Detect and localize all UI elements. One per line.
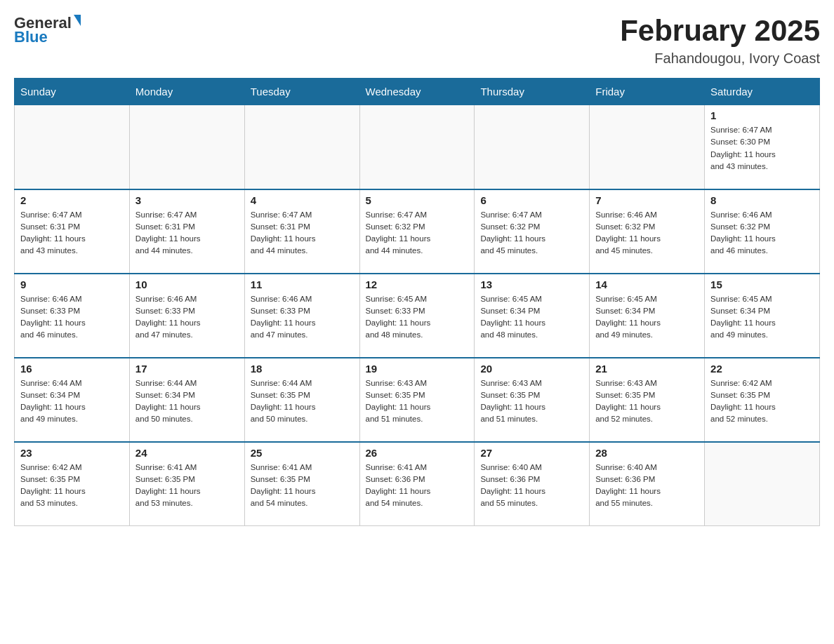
day-number: 10 [135,279,239,290]
day-number: 3 [135,194,239,206]
day-info: Sunrise: 6:44 AM Sunset: 6:34 PM Dayligh… [135,377,239,426]
weekday-header-monday: Monday [129,79,244,105]
calendar-day-cell: 9Sunrise: 6:46 AM Sunset: 6:33 PM Daylig… [15,274,130,358]
day-info: Sunrise: 6:47 AM Sunset: 6:31 PM Dayligh… [251,209,354,257]
day-info: Sunrise: 6:41 AM Sunset: 6:35 PM Dayligh… [135,462,239,510]
day-info: Sunrise: 6:40 AM Sunset: 6:36 PM Dayligh… [480,462,583,510]
day-number: 18 [251,363,354,375]
calendar-week-row: 16Sunrise: 6:44 AM Sunset: 6:34 PM Dayli… [15,358,820,442]
calendar-day-cell [15,105,130,189]
calendar-day-cell [359,105,475,189]
day-info: Sunrise: 6:46 AM Sunset: 6:33 PM Dayligh… [20,293,124,342]
day-info: Sunrise: 6:43 AM Sunset: 6:35 PM Dayligh… [595,377,699,426]
weekday-header-saturday: Saturday [705,79,820,105]
day-number: 15 [710,279,814,290]
day-info: Sunrise: 6:45 AM Sunset: 6:34 PM Dayligh… [595,293,699,342]
calendar-table: SundayMondayTuesdayWednesdayThursdayFrid… [14,78,820,526]
calendar-day-cell: 16Sunrise: 6:44 AM Sunset: 6:34 PM Dayli… [15,358,130,442]
calendar-week-row: 9Sunrise: 6:46 AM Sunset: 6:33 PM Daylig… [15,274,820,358]
calendar-day-cell: 18Sunrise: 6:44 AM Sunset: 6:35 PM Dayli… [244,358,359,442]
page-header: General Blue February 2025 Fahandougou, … [14,14,820,67]
calendar-day-cell: 28Sunrise: 6:40 AM Sunset: 6:36 PM Dayli… [590,442,705,526]
calendar-day-cell: 10Sunrise: 6:46 AM Sunset: 6:33 PM Dayli… [129,274,244,358]
day-info: Sunrise: 6:45 AM Sunset: 6:34 PM Dayligh… [480,293,583,342]
calendar-day-cell: 24Sunrise: 6:41 AM Sunset: 6:35 PM Dayli… [129,442,244,526]
weekday-header-sunday: Sunday [15,79,130,105]
calendar-day-cell: 17Sunrise: 6:44 AM Sunset: 6:34 PM Dayli… [129,358,244,442]
day-number: 2 [20,194,124,206]
day-info: Sunrise: 6:47 AM Sunset: 6:32 PM Dayligh… [366,209,469,257]
day-number: 11 [251,279,354,290]
day-info: Sunrise: 6:47 AM Sunset: 6:31 PM Dayligh… [20,209,124,257]
day-info: Sunrise: 6:41 AM Sunset: 6:35 PM Dayligh… [251,462,354,510]
calendar-week-row: 1Sunrise: 6:47 AM Sunset: 6:30 PM Daylig… [15,105,820,189]
day-info: Sunrise: 6:44 AM Sunset: 6:34 PM Dayligh… [20,377,124,426]
day-info: Sunrise: 6:43 AM Sunset: 6:35 PM Dayligh… [366,377,469,426]
day-info: Sunrise: 6:42 AM Sunset: 6:35 PM Dayligh… [710,377,814,426]
day-number: 9 [20,279,124,290]
day-number: 4 [251,194,354,206]
calendar-day-cell: 7Sunrise: 6:46 AM Sunset: 6:32 PM Daylig… [590,189,705,274]
weekday-header-wednesday: Wednesday [359,79,475,105]
day-number: 17 [135,363,239,375]
day-info: Sunrise: 6:45 AM Sunset: 6:34 PM Dayligh… [710,293,814,342]
day-number: 22 [710,363,814,375]
calendar-week-row: 23Sunrise: 6:42 AM Sunset: 6:35 PM Dayli… [15,442,820,526]
day-info: Sunrise: 6:47 AM Sunset: 6:32 PM Dayligh… [480,209,583,257]
day-info: Sunrise: 6:42 AM Sunset: 6:35 PM Dayligh… [20,462,124,510]
day-number: 5 [366,194,469,206]
title-section: February 2025 Fahandougou, Ivory Coast [620,14,820,67]
calendar-day-cell [475,105,590,189]
calendar-day-cell: 5Sunrise: 6:47 AM Sunset: 6:32 PM Daylig… [359,189,475,274]
calendar-day-cell: 25Sunrise: 6:41 AM Sunset: 6:35 PM Dayli… [244,442,359,526]
weekday-header-tuesday: Tuesday [244,79,359,105]
calendar-day-cell: 13Sunrise: 6:45 AM Sunset: 6:34 PM Dayli… [475,274,590,358]
day-info: Sunrise: 6:46 AM Sunset: 6:33 PM Dayligh… [251,293,354,342]
day-number: 26 [366,447,469,459]
calendar-week-row: 2Sunrise: 6:47 AM Sunset: 6:31 PM Daylig… [15,189,820,274]
day-number: 27 [480,447,583,459]
day-number: 1 [710,109,814,121]
calendar-day-cell: 2Sunrise: 6:47 AM Sunset: 6:31 PM Daylig… [15,189,130,274]
day-info: Sunrise: 6:44 AM Sunset: 6:35 PM Dayligh… [251,377,354,426]
calendar-day-cell: 20Sunrise: 6:43 AM Sunset: 6:35 PM Dayli… [475,358,590,442]
calendar-day-cell [705,442,820,526]
location-subtitle: Fahandougou, Ivory Coast [620,51,820,67]
day-number: 14 [595,279,699,290]
calendar-day-cell: 4Sunrise: 6:47 AM Sunset: 6:31 PM Daylig… [244,189,359,274]
calendar-day-cell: 1Sunrise: 6:47 AM Sunset: 6:30 PM Daylig… [705,105,820,189]
weekday-header-row: SundayMondayTuesdayWednesdayThursdayFrid… [15,79,820,105]
logo: General Blue [14,14,81,46]
day-info: Sunrise: 6:46 AM Sunset: 6:32 PM Dayligh… [710,209,814,257]
weekday-header-thursday: Thursday [475,79,590,105]
calendar-day-cell: 6Sunrise: 6:47 AM Sunset: 6:32 PM Daylig… [475,189,590,274]
day-number: 19 [366,363,469,375]
day-number: 16 [20,363,124,375]
day-number: 21 [595,363,699,375]
day-number: 6 [480,194,583,206]
day-number: 20 [480,363,583,375]
day-info: Sunrise: 6:40 AM Sunset: 6:36 PM Dayligh… [595,462,699,510]
weekday-header-friday: Friday [590,79,705,105]
day-number: 23 [20,447,124,459]
day-number: 7 [595,194,699,206]
calendar-day-cell [244,105,359,189]
calendar-day-cell [129,105,244,189]
calendar-day-cell: 23Sunrise: 6:42 AM Sunset: 6:35 PM Dayli… [15,442,130,526]
calendar-day-cell: 11Sunrise: 6:46 AM Sunset: 6:33 PM Dayli… [244,274,359,358]
day-info: Sunrise: 6:47 AM Sunset: 6:30 PM Dayligh… [710,124,814,173]
day-number: 28 [595,447,699,459]
day-number: 24 [135,447,239,459]
day-info: Sunrise: 6:41 AM Sunset: 6:36 PM Dayligh… [366,462,469,510]
calendar-day-cell: 19Sunrise: 6:43 AM Sunset: 6:35 PM Dayli… [359,358,475,442]
calendar-day-cell: 22Sunrise: 6:42 AM Sunset: 6:35 PM Dayli… [705,358,820,442]
calendar-day-cell: 8Sunrise: 6:46 AM Sunset: 6:32 PM Daylig… [705,189,820,274]
day-info: Sunrise: 6:46 AM Sunset: 6:32 PM Dayligh… [595,209,699,257]
calendar-day-cell: 21Sunrise: 6:43 AM Sunset: 6:35 PM Dayli… [590,358,705,442]
day-info: Sunrise: 6:43 AM Sunset: 6:35 PM Dayligh… [480,377,583,426]
day-info: Sunrise: 6:45 AM Sunset: 6:33 PM Dayligh… [366,293,469,342]
calendar-day-cell: 14Sunrise: 6:45 AM Sunset: 6:34 PM Dayli… [590,274,705,358]
calendar-day-cell: 27Sunrise: 6:40 AM Sunset: 6:36 PM Dayli… [475,442,590,526]
month-year-title: February 2025 [620,14,820,48]
calendar-day-cell: 12Sunrise: 6:45 AM Sunset: 6:33 PM Dayli… [359,274,475,358]
